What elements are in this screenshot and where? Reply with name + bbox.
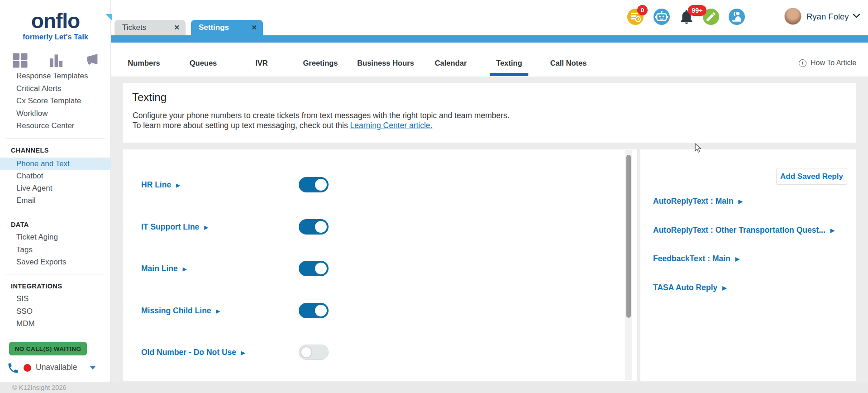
page-description: Configure your phone numbers to create t… [133, 111, 510, 130]
availability-status-label: Unavailable [36, 363, 77, 372]
settings-tab-greetings[interactable]: Greetings [303, 58, 338, 68]
sidebar-section-data: DATA [11, 221, 29, 228]
expand-arrow-icon[interactable]: ▶ [216, 308, 220, 314]
settings-tab-queues[interactable]: Queues [190, 58, 217, 68]
expand-arrow-icon[interactable]: ▶ [204, 225, 208, 230]
help-desk-icon[interactable] [729, 9, 745, 25]
settings-tab-calendar[interactable]: Calendar [435, 58, 467, 68]
how-to-article-label: How To Article [811, 59, 856, 67]
toggle-knob [315, 221, 327, 233]
user-menu-chevron-down-icon[interactable] [853, 13, 860, 19]
brand-logo[interactable]: onflo formerly Let's Talk [0, 10, 111, 41]
learning-center-link[interactable]: Learning Center article. [350, 121, 433, 130]
chatbot-icon[interactable] [653, 9, 670, 25]
phone-line-toggle[interactable] [299, 177, 329, 192]
phone-line-row: HR Line▶ [123, 177, 637, 193]
sidebar-item-workflow[interactable]: Workflow [0, 107, 111, 120]
active-tab-bar [111, 35, 868, 43]
sidebar-section-channels: CHANNELS [11, 147, 49, 154]
saved-reply-feedback-main[interactable]: FeedbackText : Main▶ [653, 254, 739, 264]
workspace-tab-tickets[interactable]: Tickets ✕ [114, 20, 186, 35]
sidebar-item-email[interactable]: Email [0, 194, 111, 207]
settings-tab-call-notes[interactable]: Call Notes [550, 58, 587, 68]
scrollbar-thumb[interactable] [626, 155, 631, 318]
close-icon[interactable]: ✕ [251, 20, 257, 35]
phone-line-toggle[interactable] [299, 261, 329, 276]
expand-arrow-icon[interactable]: ▶ [241, 350, 245, 355]
sidebar-item-live-agent[interactable]: Live Agent [0, 182, 111, 195]
toggle-knob [315, 179, 327, 191]
sidebar-item-phone-and-text[interactable]: Phone and Text [0, 158, 111, 170]
page-title: Texting [132, 91, 167, 104]
tab-settings-label: Settings [199, 23, 229, 32]
phone-line-row: Missing Child Line▶ [123, 302, 637, 319]
saved-reply-autoreply-other-transportation[interactable]: AutoReplyText : Other Transportation Que… [653, 225, 835, 235]
availability-caret-icon[interactable] [90, 366, 95, 369]
sidebar-menu-top: Response Templates Critical Alerts Cx Sc… [0, 73, 111, 132]
close-icon[interactable]: ✕ [174, 20, 180, 35]
divider [5, 274, 105, 274]
phone-line-toggle[interactable] [299, 345, 329, 360]
dashboard-grid-icon[interactable] [12, 53, 28, 68]
bar-chart-icon[interactable] [48, 53, 64, 68]
sidebar-section-integrations: INTEGRATIONS [11, 283, 62, 290]
settings-tab-texting[interactable]: Texting [496, 58, 522, 68]
sidebar-item-mdm[interactable]: MDM [0, 317, 111, 330]
description-line2: To learn more about setting up text mess… [133, 121, 350, 130]
description-line1: Configure your phone numbers to create t… [133, 111, 510, 120]
phone-line-toggle[interactable] [299, 219, 329, 235]
expand-arrow-icon[interactable]: ▶ [735, 256, 739, 262]
brand-tagline: formerly Let's Talk [0, 33, 111, 41]
phone-line-it-support-line[interactable]: IT Support Line▶ [141, 219, 208, 235]
sidebar-item-response-templates[interactable]: Response Templates [0, 73, 111, 82]
phone-line-row: Main Line▶ [123, 260, 637, 277]
phone-line-old-number[interactable]: Old Number - Do Not Use▶ [141, 344, 245, 361]
info-icon: ! [799, 59, 806, 67]
sidebar-item-sso[interactable]: SSO [0, 305, 111, 318]
megaphone-icon[interactable] [83, 53, 100, 69]
expand-arrow-icon[interactable]: ▶ [176, 182, 180, 188]
tab-tickets-label: Tickets [122, 23, 146, 32]
phone-line-missing-child-line[interactable]: Missing Child Line▶ [141, 302, 220, 319]
workspace-tab-settings[interactable]: Settings ✕ [191, 20, 263, 35]
add-saved-reply-button[interactable]: Add Saved Reply [776, 168, 847, 185]
user-avatar[interactable] [784, 8, 801, 25]
phone-line-main-line[interactable]: Main Line▶ [141, 260, 186, 277]
user-name[interactable]: Ryan Foley [806, 12, 849, 22]
saved-reply-autoreply-main[interactable]: AutoReplyText : Main▶ [653, 196, 743, 206]
status-unavailable-dot [24, 364, 31, 372]
notifications-badge[interactable]: 99+ [688, 5, 706, 16]
expand-arrow-icon[interactable]: ▶ [722, 285, 726, 291]
saved-replies-panel: Add Saved Reply AutoReplyText : Main▶ Au… [640, 149, 856, 381]
tasks-badge[interactable]: 0 [637, 5, 648, 15]
expand-arrow-icon[interactable]: ▶ [183, 266, 186, 272]
expand-arrow-icon[interactable]: ▶ [830, 227, 835, 234]
sidebar-item-sis[interactable]: SIS [0, 292, 111, 305]
settings-tab-numbers[interactable]: Numbers [128, 58, 160, 68]
phone-line-hr-line[interactable]: HR Line▶ [141, 177, 180, 193]
phone-line-toggle[interactable] [299, 303, 329, 318]
settings-subnav [111, 43, 868, 77]
availability-row: Unavailable [0, 361, 111, 375]
settings-tab-ivr[interactable]: IVR [255, 58, 268, 68]
saved-reply-tasa-auto-reply[interactable]: TASA Auto Reply▶ [653, 283, 727, 292]
no-calls-waiting-button[interactable]: NO CALL(S) WAITING [9, 342, 87, 355]
settings-tab-business-hours[interactable]: Business Hours [357, 58, 414, 68]
sidebar-item-critical-alerts[interactable]: Critical Alerts [0, 82, 111, 95]
brand-logo-accent [105, 14, 112, 20]
sidebar-item-resource-center[interactable]: Resource Center [0, 120, 111, 132]
sidebar-item-ticket-aging[interactable]: Ticket Aging [0, 231, 111, 244]
toggle-knob [315, 263, 327, 274]
phone-icon[interactable] [7, 362, 19, 374]
page-footer: © K12Insight 2026 [0, 382, 868, 393]
toggle-knob [315, 305, 327, 316]
phone-lines-panel: HR Line▶ IT Support Line▶ Main Line▶ Mis… [123, 149, 637, 381]
sidebar-item-saved-exports[interactable]: Saved Exports [0, 256, 111, 268]
divider [5, 139, 105, 139]
expand-arrow-icon[interactable]: ▶ [739, 198, 743, 205]
phone-line-row: IT Support Line▶ [123, 219, 637, 235]
texting-header-card: Texting Configure your phone numbers to … [123, 83, 856, 143]
sidebar-item-chatbot[interactable]: Chatbot [0, 170, 111, 182]
sidebar-item-tags[interactable]: Tags [0, 244, 111, 256]
sidebar-item-cx-score-template[interactable]: Cx Score Template [0, 95, 111, 107]
